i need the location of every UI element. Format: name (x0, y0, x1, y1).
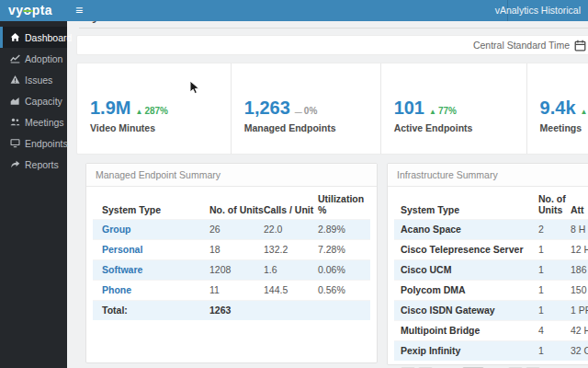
vyopta-logo[interactable]: vyopta (8, 0, 52, 21)
sidebar-item-reports[interactable]: Reports (0, 154, 67, 175)
kpi-value: 101 (394, 98, 424, 118)
trend-up-icon: ▲ (135, 108, 142, 116)
column-header: System Type (93, 190, 209, 220)
hamburger-menu-icon[interactable]: ≡ (75, 0, 83, 20)
kpi-value: 9.4k (540, 98, 576, 118)
home-icon (10, 32, 20, 42)
warning-triangle-icon (10, 75, 20, 85)
monitor-icon (10, 138, 20, 148)
managed-endpoint-summary-panel: Managed Endpoint Summary System Type No.… (85, 163, 378, 363)
utilization-cell: 2.89% (318, 220, 370, 240)
kpi-value: 1.9M (90, 98, 130, 118)
sidebar-item-adoption[interactable]: Adoption (0, 48, 67, 69)
attributes-cell: 12 H (571, 240, 588, 260)
utilization-cell: 0.56% (318, 281, 370, 301)
table-row: Polycom DMA 1 150 (394, 281, 588, 301)
share-arrow-icon (10, 159, 20, 169)
trend-flat-icon: — (295, 108, 302, 116)
system-type-link[interactable]: Phone (93, 281, 209, 301)
system-type-link[interactable]: Group (93, 220, 209, 240)
managed-endpoint-table: System Type No. of Units Calls / Unit Ut… (93, 190, 370, 320)
sidebar-item-label: Dashboard (25, 32, 72, 43)
units-cell: 4 (538, 321, 571, 341)
calls-cell: 144.5 (264, 281, 318, 301)
total-label: Total: (93, 301, 209, 321)
title-divider (79, 28, 588, 29)
units-cell: 1 (538, 301, 571, 321)
sidebar-item-capacity[interactable]: Capacity (0, 90, 67, 111)
column-header: Utilization % (318, 190, 370, 220)
system-type-link[interactable]: Personal (93, 240, 209, 260)
logo-text: pta (32, 3, 53, 17)
kpi-label: Video Minutes (90, 122, 231, 133)
total-row: Total: 1263 (93, 301, 370, 321)
attributes-cell: 1 PR (571, 301, 588, 321)
trend-up-icon: ▲ (429, 108, 436, 116)
system-type-cell: Cisco ISDN Gateway (394, 301, 538, 321)
attributes-cell: 8 H (571, 220, 588, 240)
units-cell: 1 (538, 281, 571, 301)
infrastructure-summary-panel: Infrastructure Summary System Type No. o… (387, 163, 588, 365)
kpi-label: Meetings (540, 122, 588, 133)
infrastructure-table: System Type No. of Units Att Acano Space… (394, 190, 588, 361)
sidebar-item-endpoints[interactable]: Endpoints (0, 132, 67, 154)
sidebar-item-label: Meetings (25, 117, 64, 128)
sidebar-item-label: Capacity (25, 96, 62, 107)
system-type-cell: Multipoint Bridge (394, 321, 538, 341)
kpi-video-minutes: 1.9M▲287% Video Minutes (77, 63, 232, 154)
units-cell: 2 (538, 220, 571, 240)
sidebar-item-dashboard[interactable]: Dashboard (0, 27, 67, 48)
column-header: No. of Units (209, 190, 264, 220)
calls-cell: 1.6 (264, 260, 318, 281)
calls-cell: 132.2 (264, 240, 318, 260)
units-cell: 1 (538, 240, 571, 260)
table-row: Software 1208 1.6 0.06% (93, 260, 370, 281)
attributes-cell: 42 H (571, 321, 588, 341)
kpi-active-endpoints: 101▲77% Active Endpoints (381, 63, 527, 154)
attributes-cell: 186 (571, 260, 588, 281)
trend-percent: 287% (144, 106, 168, 116)
units-cell: 1208 (209, 260, 264, 281)
table-row: Multipoint Bridge 4 42 H (394, 321, 588, 341)
system-type-cell: Acano Space (394, 220, 538, 240)
table-row: Cisco UCM 1 186 (394, 260, 588, 281)
system-type-cell: Cisco Telepresence Server (394, 240, 538, 260)
column-header: Calls / Unit (264, 190, 318, 220)
product-name[interactable]: vAnalytics Historical (495, 0, 581, 21)
column-header: No. of Units (538, 190, 571, 220)
attributes-cell: 150 (571, 281, 588, 301)
logo-o-glyph: o (24, 3, 32, 17)
system-type-link[interactable]: Software (93, 260, 209, 281)
sidebar-item-meetings[interactable]: Meetings (0, 111, 67, 132)
sidebar-item-label: Reports (25, 159, 59, 170)
table-row: Group 26 22.0 2.89% (93, 220, 370, 240)
timezone-selector[interactable]: Central Standard Time (473, 36, 570, 54)
units-cell: 18 (209, 240, 264, 260)
panel-title: Managed Endpoint Summary (86, 164, 377, 187)
line-chart-icon (10, 53, 20, 63)
sidebar-item-label: Adoption (25, 53, 62, 64)
calendar-icon[interactable] (574, 40, 586, 52)
system-type-cell: Cisco UCM (394, 260, 538, 281)
table-row: Acano Space 2 8 H (394, 220, 588, 240)
utilization-cell: 7.28% (318, 240, 370, 260)
top-navbar: vyopta ≡ vAnalytics Historical (0, 0, 588, 21)
kpi-label: Active Endpoints (394, 122, 526, 133)
calls-cell: 22.0 (264, 220, 318, 240)
utilization-cell: 0.06% (318, 260, 370, 281)
area-chart-icon (10, 96, 20, 106)
table-row: Cisco Telepresence Server 1 12 H (394, 240, 588, 260)
units-cell: 11 (209, 281, 264, 301)
kpi-meetings: 9.4k▲8 Meetings (527, 63, 588, 154)
sidebar-item-issues[interactable]: Issues (0, 69, 67, 90)
table-row: Pexip Infinity 1 32 C (394, 341, 588, 362)
system-type-cell: Pexip Infinity (394, 341, 538, 362)
sidebar-item-label: Endpoints (25, 138, 68, 149)
column-header: System Type (394, 190, 538, 220)
table-row: Cisco ISDN Gateway 1 1 PR (394, 301, 588, 321)
table-row: Phone 11 144.5 0.56% (93, 281, 370, 301)
kpi-value: 1,263 (244, 98, 290, 118)
kpi-label: Managed Endpoints (244, 122, 380, 133)
panel-title: Infrastructure Summary (388, 164, 588, 187)
dashboard-toolbar: Central Standard Time (76, 35, 588, 55)
